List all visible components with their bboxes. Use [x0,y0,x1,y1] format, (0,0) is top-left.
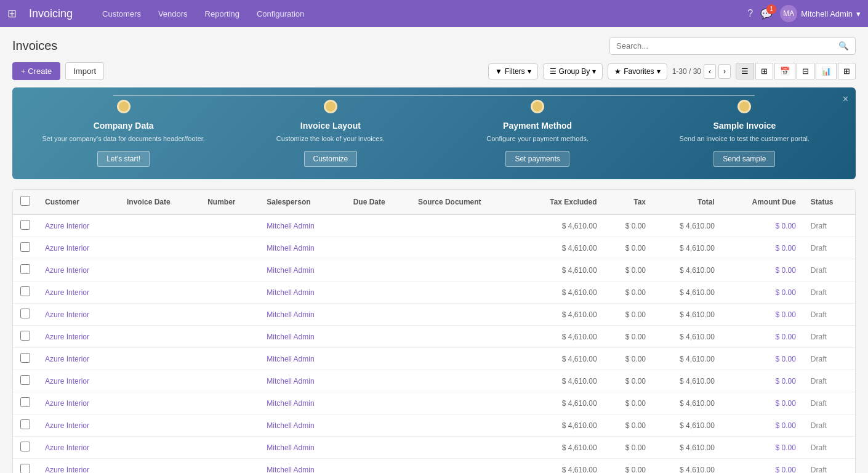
row-total: $ 4,610.00 [653,437,722,459]
row-checkbox[interactable] [20,375,30,385]
create-button[interactable]: + Create [12,62,60,80]
pivot-view-button[interactable]: ⊟ [797,63,814,79]
calendar-view-button[interactable]: 📅 [774,63,795,79]
row-customer[interactable]: Azure Interior [38,237,119,259]
row-amount-due[interactable]: $ 0.00 [722,304,803,326]
filters-button[interactable]: ▼ Filters ▾ [488,63,538,79]
row-checkbox[interactable] [20,286,30,296]
row-salesperson[interactable]: Mitchell Admin [259,281,345,304]
col-status[interactable]: Status [803,190,855,214]
row-number [200,281,259,304]
step-btn-layout[interactable]: Customize [304,151,358,167]
col-total[interactable]: Total [653,190,722,214]
question-icon[interactable]: ? [747,8,753,19]
table-row: Azure Interior Mitchell Admin $ 4,610.00… [13,214,855,237]
col-customer[interactable]: Customer [38,190,119,214]
row-customer[interactable]: Azure Interior [38,459,119,473]
row-amount-due[interactable]: $ 0.00 [722,281,803,304]
row-checkbox[interactable] [20,309,30,318]
row-checkbox[interactable] [20,442,30,451]
nav-configuration[interactable]: Configuration [249,6,311,22]
row-amount-due[interactable]: $ 0.00 [722,392,803,414]
col-tax[interactable]: Tax [605,190,653,214]
nav-vendors[interactable]: Vendors [151,6,195,22]
row-checkbox[interactable] [20,264,30,274]
import-button[interactable]: Import [65,62,104,80]
row-salesperson[interactable]: Mitchell Admin [259,259,345,281]
col-invoice-date[interactable]: Invoice Date [119,190,200,214]
view-icons: ☰ ⊞ 📅 ⊟ 📊 ⊞ [736,63,856,79]
row-salesperson[interactable]: Mitchell Admin [259,459,345,473]
col-number[interactable]: Number [200,190,259,214]
chart-view-button[interactable]: 📊 [816,63,837,79]
row-salesperson[interactable]: Mitchell Admin [259,326,345,348]
banner-close-button[interactable]: × [843,94,848,105]
row-amount-due[interactable]: $ 0.00 [722,459,803,473]
row-customer[interactable]: Azure Interior [38,370,119,392]
row-amount-due[interactable]: $ 0.00 [722,326,803,348]
col-due-date[interactable]: Due Date [346,190,411,214]
app-grid-icon[interactable]: ⊞ [7,7,17,20]
col-source-doc[interactable]: Source Document [411,190,518,214]
row-customer[interactable]: Azure Interior [38,304,119,326]
col-salesperson[interactable]: Salesperson [259,190,345,214]
list-view-button[interactable]: ☰ [736,63,754,79]
step-title-sample: Sample Invoice [713,121,776,131]
row-amount-due[interactable]: $ 0.00 [722,259,803,281]
row-salesperson[interactable]: Mitchell Admin [259,304,345,326]
row-salesperson[interactable]: Mitchell Admin [259,370,345,392]
row-amount-due[interactable]: $ 0.00 [722,370,803,392]
row-salesperson[interactable]: Mitchell Admin [259,214,345,237]
select-all-checkbox[interactable] [20,196,30,206]
nav-reporting[interactable]: Reporting [198,6,247,22]
row-amount-due[interactable]: $ 0.00 [722,437,803,459]
row-amount-due[interactable]: $ 0.00 [722,414,803,437]
row-salesperson[interactable]: Mitchell Admin [259,392,345,414]
group-by-button[interactable]: ☰ Group By ▾ [543,63,603,79]
row-customer[interactable]: Azure Interior [38,414,119,437]
row-source-doc [411,459,518,473]
row-salesperson[interactable]: Mitchell Admin [259,414,345,437]
chat-icon[interactable]: 💬 1 [760,8,773,20]
row-customer[interactable]: Azure Interior [38,326,119,348]
row-customer[interactable]: Azure Interior [38,392,119,414]
activity-view-button[interactable]: ⊞ [838,63,856,79]
favorites-button[interactable]: ★ Favorites ▾ [608,63,667,79]
row-tax-excl: $ 4,610.00 [518,304,604,326]
step-btn-sample[interactable]: Send sample [713,151,775,167]
row-checkbox-cell [13,370,38,392]
row-checkbox[interactable] [20,419,30,429]
row-status: Draft [803,392,855,414]
row-checkbox[interactable] [20,353,30,363]
row-customer[interactable]: Azure Interior [38,437,119,459]
row-amount-due[interactable]: $ 0.00 [722,348,803,370]
step-btn-payment[interactable]: Set payments [505,151,569,167]
row-amount-due[interactable]: $ 0.00 [722,214,803,237]
col-tax-excl[interactable]: Tax Excluded [518,190,604,214]
page-title: Invoices [12,39,57,53]
row-salesperson[interactable]: Mitchell Admin [259,237,345,259]
row-salesperson[interactable]: Mitchell Admin [259,437,345,459]
row-checkbox[interactable] [20,331,30,341]
row-customer[interactable]: Azure Interior [38,214,119,237]
row-checkbox[interactable] [20,464,30,473]
row-customer[interactable]: Azure Interior [38,259,119,281]
kanban-view-button[interactable]: ⊞ [755,63,773,79]
next-page-button[interactable]: › [718,64,731,79]
row-customer[interactable]: Azure Interior [38,348,119,370]
prev-page-button[interactable]: ‹ [704,64,716,79]
row-customer[interactable]: Azure Interior [38,281,119,304]
row-source-doc [411,370,518,392]
user-menu[interactable]: MA Mitchell Admin ▾ [780,5,861,22]
search-button[interactable]: 🔍 [832,38,855,54]
step-btn-company[interactable]: Let's start! [97,151,150,167]
search-input[interactable] [610,38,832,54]
row-checkbox[interactable] [20,220,30,230]
step-sample-invoice: Sample Invoice Send an invoice to test t… [652,100,837,167]
col-amount-due[interactable]: Amount Due [722,190,803,214]
row-checkbox[interactable] [20,242,30,252]
row-checkbox[interactable] [20,397,30,407]
row-amount-due[interactable]: $ 0.00 [722,237,803,259]
row-salesperson[interactable]: Mitchell Admin [259,348,345,370]
nav-customers[interactable]: Customers [95,6,148,22]
